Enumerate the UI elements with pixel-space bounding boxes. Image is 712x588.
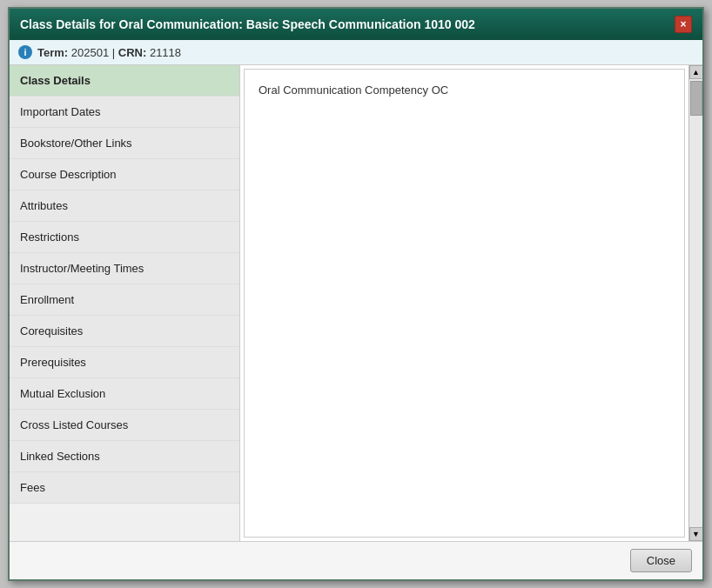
sidebar-item-important-dates[interactable]: Important Dates — [10, 97, 239, 128]
sidebar-item-bookstore-links[interactable]: Bookstore/Other Links — [10, 128, 239, 159]
content-text: Oral Communication Competency OC — [259, 80, 670, 100]
scrollbar-right[interactable]: ▲ ▼ — [688, 65, 702, 541]
content-area: Oral Communication Competency OC — [244, 69, 685, 538]
modal-window: Class Details for Oral Communication: Ba… — [8, 7, 704, 581]
scroll-track — [689, 79, 702, 527]
scroll-up-arrow[interactable]: ▲ — [689, 65, 703, 79]
sidebar-item-corequisites[interactable]: Corequisites — [10, 316, 239, 347]
sidebar-item-fees[interactable]: Fees — [10, 472, 239, 504]
sidebar-item-cross-listed-courses[interactable]: Cross Listed Courses — [10, 410, 239, 441]
term-label: Term: — [37, 46, 68, 59]
sidebar-item-prerequisites[interactable]: Prerequisites — [10, 347, 239, 378]
modal-body: Class DetailsImportant DatesBookstore/Ot… — [10, 65, 702, 541]
modal-titlebar: Class Details for Oral Communication: Ba… — [10, 9, 702, 40]
modal-close-icon[interactable]: × — [675, 16, 692, 33]
modal-footer: Close — [10, 541, 702, 579]
sidebar-item-attributes[interactable]: Attributes — [10, 190, 239, 222]
sidebar-item-mutual-exclusion[interactable]: Mutual Exclusion — [10, 378, 239, 410]
sidebar: Class DetailsImportant DatesBookstore/Ot… — [10, 65, 240, 541]
info-text: Term: 202501 | CRN: 21118 — [37, 46, 181, 59]
crn-value: 21118 — [150, 46, 181, 59]
sidebar-item-course-description[interactable]: Course Description — [10, 159, 239, 190]
scroll-down-arrow[interactable]: ▼ — [689, 527, 703, 541]
info-bar: i Term: 202501 | CRN: 21118 — [10, 40, 702, 65]
sidebar-item-restrictions[interactable]: Restrictions — [10, 222, 239, 253]
modal-title: Class Details for Oral Communication: Ba… — [20, 17, 475, 31]
scroll-thumb[interactable] — [690, 81, 702, 116]
sidebar-item-enrollment[interactable]: Enrollment — [10, 284, 239, 316]
close-button[interactable]: Close — [630, 549, 692, 572]
info-icon: i — [18, 45, 32, 59]
sidebar-item-linked-sections[interactable]: Linked Sections — [10, 441, 239, 472]
sidebar-item-class-details[interactable]: Class Details — [10, 65, 239, 97]
term-value: 202501 — [71, 46, 109, 59]
crn-label: CRN: — [118, 46, 147, 59]
sidebar-item-instructor-meeting-times[interactable]: Instructor/Meeting Times — [10, 253, 239, 284]
